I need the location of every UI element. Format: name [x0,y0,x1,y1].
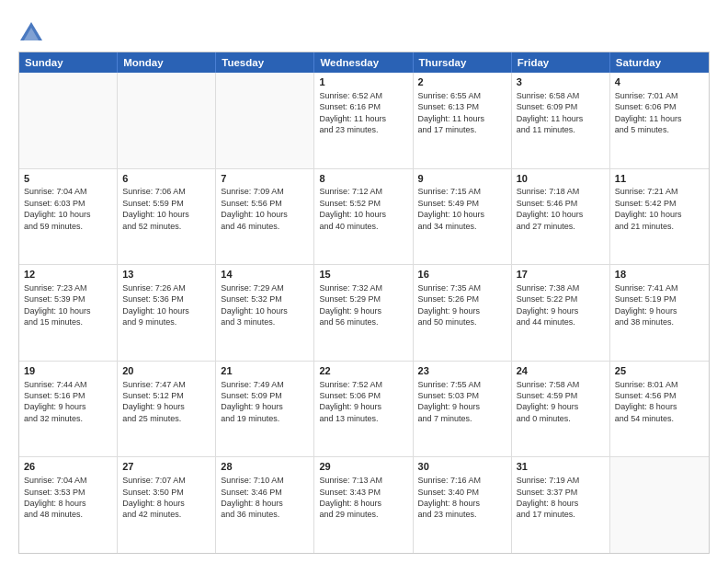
calendar-cell-5: 5Sunrise: 7:04 AM Sunset: 6:03 PM Daylig… [19,169,118,265]
weekday-header-sunday: Sunday [19,52,118,73]
day-number-13: 13 [122,268,210,282]
cell-text-21: Sunrise: 7:49 AM Sunset: 5:09 PM Dayligh… [221,380,284,423]
cell-text-25: Sunrise: 8:01 AM Sunset: 4:56 PM Dayligh… [615,380,678,423]
calendar-cell-empty-0-1 [118,73,216,168]
day-number-31: 31 [517,460,605,474]
calendar-cell-13: 13Sunrise: 7:26 AM Sunset: 5:36 PM Dayli… [118,265,216,361]
cell-text-22: Sunrise: 7:52 AM Sunset: 5:06 PM Dayligh… [319,380,382,423]
calendar-cell-31: 31Sunrise: 7:19 AM Sunset: 3:37 PM Dayli… [512,457,610,553]
cell-text-23: Sunrise: 7:55 AM Sunset: 5:03 PM Dayligh… [418,380,482,423]
cell-text-5: Sunrise: 7:04 AM Sunset: 6:03 PM Dayligh… [24,187,91,230]
cell-text-29: Sunrise: 7:13 AM Sunset: 3:43 PM Dayligh… [319,476,382,519]
calendar-cell-7: 7Sunrise: 7:09 AM Sunset: 5:56 PM Daylig… [216,169,314,265]
day-number-11: 11 [615,172,704,186]
cell-text-26: Sunrise: 7:04 AM Sunset: 3:53 PM Dayligh… [24,476,87,519]
calendar-cell-28: 28Sunrise: 7:10 AM Sunset: 3:46 PM Dayli… [216,457,314,553]
cell-text-15: Sunrise: 7:32 AM Sunset: 5:29 PM Dayligh… [319,283,382,327]
calendar-cell-2: 2Sunrise: 6:55 AM Sunset: 6:13 PM Daylig… [414,73,512,168]
cell-text-19: Sunrise: 7:44 AM Sunset: 5:16 PM Dayligh… [24,380,87,423]
calendar-cell-18: 18Sunrise: 7:41 AM Sunset: 5:19 PM Dayli… [610,265,709,361]
calendar-row-3: 19Sunrise: 7:44 AM Sunset: 5:16 PM Dayli… [19,361,709,457]
cell-text-31: Sunrise: 7:19 AM Sunset: 3:37 PM Dayligh… [517,476,580,519]
weekday-header-thursday: Thursday [414,52,512,73]
cell-text-4: Sunrise: 7:01 AM Sunset: 6:06 PM Dayligh… [615,91,682,134]
day-number-25: 25 [615,364,704,378]
calendar-cell-19: 19Sunrise: 7:44 AM Sunset: 5:16 PM Dayli… [19,362,118,457]
calendar-cell-empty-4-6 [610,457,709,553]
cell-text-20: Sunrise: 7:47 AM Sunset: 5:12 PM Dayligh… [122,380,186,423]
day-number-5: 5 [24,172,112,186]
calendar-cell-14: 14Sunrise: 7:29 AM Sunset: 5:32 PM Dayli… [216,265,314,361]
calendar-cell-23: 23Sunrise: 7:55 AM Sunset: 5:03 PM Dayli… [414,362,512,457]
calendar-cell-17: 17Sunrise: 7:38 AM Sunset: 5:22 PM Dayli… [512,265,610,361]
calendar-cell-25: 25Sunrise: 8:01 AM Sunset: 4:56 PM Dayli… [610,362,709,457]
calendar-row-2: 12Sunrise: 7:23 AM Sunset: 5:39 PM Dayli… [19,264,709,361]
day-number-29: 29 [319,460,407,474]
day-number-15: 15 [319,268,407,282]
calendar-row-4: 26Sunrise: 7:04 AM Sunset: 3:53 PM Dayli… [19,456,709,553]
day-number-12: 12 [24,268,112,282]
cell-text-6: Sunrise: 7:06 AM Sunset: 5:59 PM Dayligh… [122,187,189,230]
logo [18,20,48,46]
calendar-cell-30: 30Sunrise: 7:16 AM Sunset: 3:40 PM Dayli… [414,457,512,553]
calendar-row-0: 1Sunrise: 6:52 AM Sunset: 6:16 PM Daylig… [19,73,709,168]
cell-text-9: Sunrise: 7:15 AM Sunset: 5:49 PM Dayligh… [418,187,485,230]
cell-text-2: Sunrise: 6:55 AM Sunset: 6:13 PM Dayligh… [418,91,485,134]
day-number-28: 28 [221,460,309,474]
cell-text-10: Sunrise: 7:18 AM Sunset: 5:46 PM Dayligh… [517,187,584,230]
weekday-header-monday: Monday [118,52,216,73]
day-number-8: 8 [319,172,407,186]
calendar-body: 1Sunrise: 6:52 AM Sunset: 6:16 PM Daylig… [19,73,709,553]
calendar: SundayMondayTuesdayWednesdayThursdayFrid… [18,52,710,554]
header [18,17,710,46]
cell-text-28: Sunrise: 7:10 AM Sunset: 3:46 PM Dayligh… [221,476,284,519]
day-number-22: 22 [319,364,407,378]
calendar-cell-6: 6Sunrise: 7:06 AM Sunset: 5:59 PM Daylig… [118,169,216,265]
cell-text-24: Sunrise: 7:58 AM Sunset: 4:59 PM Dayligh… [517,380,580,423]
cell-text-3: Sunrise: 6:58 AM Sunset: 6:09 PM Dayligh… [517,91,584,134]
day-number-18: 18 [615,268,704,282]
day-number-1: 1 [319,75,407,89]
cell-text-18: Sunrise: 7:41 AM Sunset: 5:19 PM Dayligh… [615,283,678,327]
calendar-cell-empty-0-0 [19,73,118,168]
cell-text-12: Sunrise: 7:23 AM Sunset: 5:39 PM Dayligh… [24,283,91,327]
calendar-cell-12: 12Sunrise: 7:23 AM Sunset: 5:39 PM Dayli… [19,265,118,361]
cell-text-1: Sunrise: 6:52 AM Sunset: 6:16 PM Dayligh… [319,91,386,134]
day-number-9: 9 [418,172,506,186]
cell-text-30: Sunrise: 7:16 AM Sunset: 3:40 PM Dayligh… [418,476,482,519]
cell-text-7: Sunrise: 7:09 AM Sunset: 5:56 PM Dayligh… [221,187,288,230]
day-number-26: 26 [24,460,112,474]
cell-text-13: Sunrise: 7:26 AM Sunset: 5:36 PM Dayligh… [122,283,189,327]
calendar-cell-15: 15Sunrise: 7:32 AM Sunset: 5:29 PM Dayli… [314,265,413,361]
calendar-cell-20: 20Sunrise: 7:47 AM Sunset: 5:12 PM Dayli… [118,362,216,457]
day-number-14: 14 [221,268,309,282]
calendar-cell-empty-0-2 [216,73,314,168]
day-number-16: 16 [418,268,506,282]
day-number-2: 2 [418,75,506,89]
calendar-cell-22: 22Sunrise: 7:52 AM Sunset: 5:06 PM Dayli… [314,362,413,457]
cell-text-17: Sunrise: 7:38 AM Sunset: 5:22 PM Dayligh… [517,283,580,327]
day-number-17: 17 [517,268,605,282]
day-number-27: 27 [122,460,210,474]
calendar-cell-3: 3Sunrise: 6:58 AM Sunset: 6:09 PM Daylig… [512,73,610,168]
weekday-header-wednesday: Wednesday [314,52,413,73]
calendar-cell-26: 26Sunrise: 7:04 AM Sunset: 3:53 PM Dayli… [19,457,118,553]
day-number-24: 24 [517,364,605,378]
calendar-cell-10: 10Sunrise: 7:18 AM Sunset: 5:46 PM Dayli… [512,169,610,265]
calendar-header: SundayMondayTuesdayWednesdayThursdayFrid… [19,52,709,73]
weekday-header-saturday: Saturday [610,52,709,73]
calendar-cell-11: 11Sunrise: 7:21 AM Sunset: 5:42 PM Dayli… [610,169,709,265]
calendar-cell-16: 16Sunrise: 7:35 AM Sunset: 5:26 PM Dayli… [414,265,512,361]
day-number-3: 3 [517,75,605,89]
calendar-cell-1: 1Sunrise: 6:52 AM Sunset: 6:16 PM Daylig… [314,73,413,168]
day-number-21: 21 [221,364,309,378]
day-number-7: 7 [221,172,309,186]
cell-text-27: Sunrise: 7:07 AM Sunset: 3:50 PM Dayligh… [122,476,186,519]
calendar-cell-29: 29Sunrise: 7:13 AM Sunset: 3:43 PM Dayli… [314,457,413,553]
calendar-cell-24: 24Sunrise: 7:58 AM Sunset: 4:59 PM Dayli… [512,362,610,457]
day-number-6: 6 [122,172,210,186]
day-number-4: 4 [615,75,704,89]
weekday-header-tuesday: Tuesday [216,52,314,73]
cell-text-11: Sunrise: 7:21 AM Sunset: 5:42 PM Dayligh… [615,187,682,230]
calendar-row-1: 5Sunrise: 7:04 AM Sunset: 6:03 PM Daylig… [19,168,709,265]
